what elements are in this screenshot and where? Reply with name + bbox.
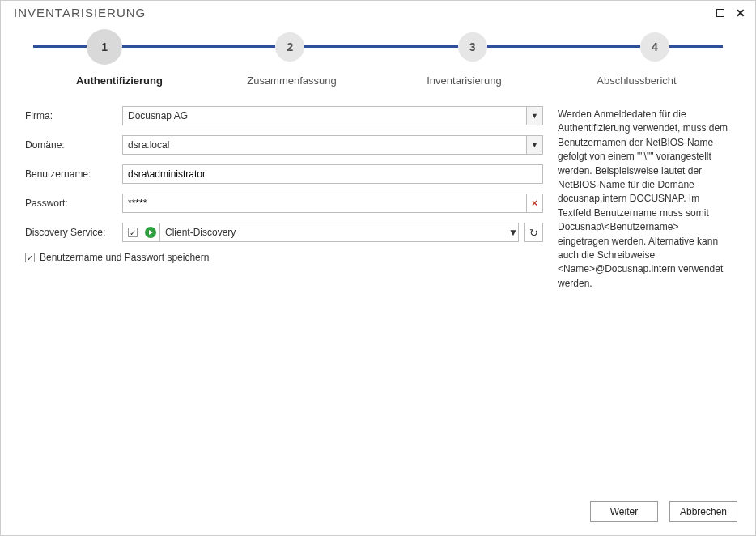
window-title: INVENTARISIERUNG (14, 6, 146, 19)
maximize-icon[interactable] (716, 6, 724, 19)
label-benutzer: Benutzername: (25, 168, 122, 180)
label-firma: Firma: (25, 110, 122, 121)
discovery-refresh-button[interactable]: ↻ (524, 223, 543, 242)
refresh-icon: ↻ (529, 227, 538, 239)
clear-x-icon: × (532, 198, 537, 209)
step-label-1: Authentifizierung (33, 74, 206, 87)
remember-checkbox[interactable]: ✓ (25, 253, 35, 262)
step-3[interactable]: 3 (458, 32, 487, 62)
label-domaene: Domäne: (25, 139, 122, 151)
label-discovery: Discovery Service: (25, 227, 122, 238)
domaene-value: dsra.local (128, 139, 526, 151)
checkbox-checked-icon: ✓ (128, 228, 138, 237)
step-2[interactable]: 2 (275, 32, 304, 62)
firma-value: Docusnap AG (128, 110, 526, 121)
discovery-status-icon (142, 223, 159, 242)
step-4[interactable]: 4 (640, 32, 669, 62)
label-passwort: Passwort: (25, 198, 122, 209)
passwort-input[interactable] (122, 194, 543, 213)
remember-label: Benutzername und Passwort speichern (40, 252, 209, 263)
domaene-dropdown-button[interactable]: ▼ (526, 136, 542, 154)
discovery-dropdown-button[interactable]: ▼ (508, 227, 518, 238)
passwort-clear-button[interactable]: × (526, 194, 542, 212)
discovery-value: Client-Discovery (165, 227, 508, 238)
step-label-2: Zusammenfassung (206, 74, 378, 87)
help-text: Werden Anmeldedaten für die Authentifizi… (558, 106, 731, 291)
chevron-down-icon: ▼ (531, 141, 538, 149)
domaene-combobox[interactable]: dsra.local ▼ (122, 135, 543, 155)
discovery-enable-checkbox[interactable]: ✓ (122, 223, 142, 242)
cancel-button[interactable]: Abbrechen (669, 501, 737, 522)
chevron-down-icon: ▼ (508, 227, 518, 238)
firma-combobox[interactable]: Docusnap AG ▼ (122, 106, 543, 125)
close-icon[interactable]: ✕ (736, 6, 745, 19)
step-label-3: Inventarisierung (378, 74, 550, 87)
step-1[interactable]: 1 (87, 29, 122, 65)
step-label-4: Abschlussbericht (550, 74, 723, 87)
discovery-combobox[interactable]: Client-Discovery ▼ (159, 223, 519, 242)
play-icon (145, 227, 156, 238)
next-button[interactable]: Weiter (590, 501, 658, 522)
benutzer-input[interactable] (122, 164, 543, 184)
chevron-down-icon: ▼ (531, 112, 538, 120)
firma-dropdown-button[interactable]: ▼ (526, 107, 542, 125)
